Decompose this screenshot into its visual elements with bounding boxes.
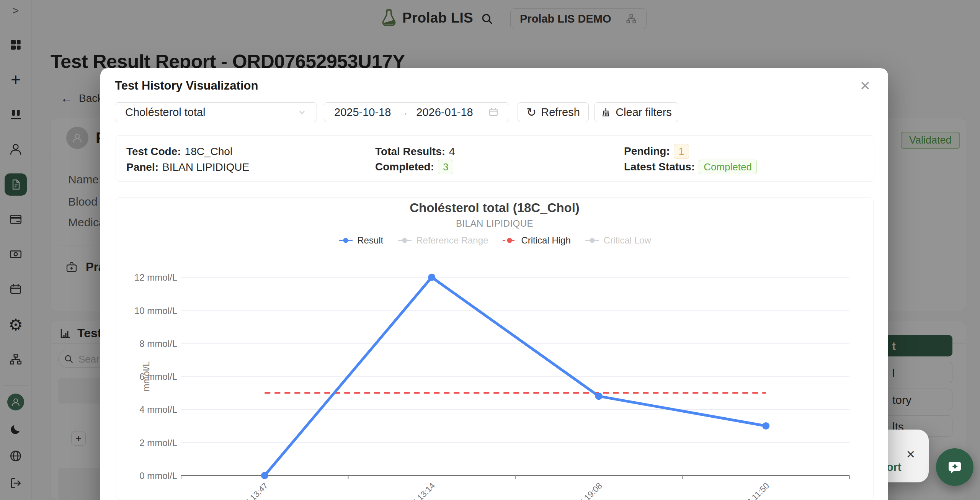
y-axis-tick-label: 4 mmol/L	[139, 404, 177, 415]
y-axis-tick-label: 10 mmol/L	[134, 306, 177, 316]
summary-panel: Panel:BILAN LIPIDIQUE	[126, 161, 249, 173]
close-icon: ✕	[906, 448, 915, 461]
chart-title: Cholésterol total (18C_Chol)	[116, 201, 874, 215]
clear-filters-label: Clear filters	[616, 106, 672, 119]
y-axis-tick-label: 2 mmol/L	[139, 438, 177, 448]
legend-marker	[397, 237, 412, 243]
calendar-icon	[488, 107, 499, 118]
toast-report-link[interactable]: ort	[887, 461, 902, 474]
summary-latest-status: Latest Status:Completed	[624, 160, 757, 174]
chart-legend: ResultReference RangeCritical HighCritic…	[116, 235, 874, 246]
legend-item-reference-range[interactable]: Reference Range	[397, 235, 488, 246]
app-stage: > + ⚙	[0, 0, 980, 500]
y-axis-tick-label: 8 mmol/L	[139, 338, 177, 349]
refresh-icon: ↻	[526, 105, 536, 119]
modal-title: Test History Visualization	[115, 79, 258, 93]
summary-pending: Pending:1	[624, 144, 689, 158]
toast-close-button[interactable]: ✕	[903, 446, 919, 462]
x-axis-label: 025 13:14	[403, 481, 437, 500]
legend-marker	[338, 237, 353, 243]
refresh-button[interactable]: ↻ Refresh	[518, 102, 589, 122]
y-axis-name: mmol/L	[141, 361, 151, 392]
data-point	[762, 422, 769, 430]
clear-filters-button[interactable]: Clear filters	[594, 102, 678, 122]
legend-label: Critical High	[521, 235, 570, 246]
legend-marker	[585, 237, 600, 243]
date-end-value: 2026-01-18	[416, 106, 473, 119]
completed-count-badge: 3	[438, 160, 453, 174]
data-point	[595, 392, 603, 400]
history-summary-card	[116, 135, 874, 182]
pending-count-badge: 1	[674, 144, 689, 158]
x-axis-label: 025 13:47	[237, 481, 270, 500]
test-select-value: Cholésterol total	[125, 106, 206, 119]
broom-icon	[601, 107, 611, 118]
data-point	[261, 472, 268, 479]
legend-label: Reference Range	[416, 235, 488, 246]
modal-close-button[interactable]: ✕	[855, 76, 875, 96]
chat-sparkle-icon	[944, 456, 966, 478]
chart-subtitle: BILAN LIPIDIQUE	[116, 218, 874, 229]
y-axis-tick-label: 0 mmol/L	[139, 471, 177, 481]
close-icon: ✕	[860, 78, 871, 93]
data-point	[428, 274, 435, 281]
summary-total-results: Total Results:4	[375, 145, 455, 158]
chevron-down-icon	[297, 108, 307, 117]
legend-item-critical-low[interactable]: Critical Low	[585, 235, 651, 246]
ai-chat-fab[interactable]	[936, 448, 973, 486]
legend-item-critical-high[interactable]: Critical High	[502, 235, 570, 246]
summary-test-code: Test Code:18C_Chol	[126, 145, 232, 158]
date-start-value: 2025-10-18	[334, 106, 391, 119]
y-axis-tick-label: 12 mmol/L	[134, 272, 177, 283]
refresh-label: Refresh	[541, 106, 580, 119]
summary-completed: Completed:3	[375, 160, 453, 174]
x-axis-label: 025 19:08	[571, 481, 604, 500]
latest-status-badge: Completed	[699, 160, 757, 174]
legend-label: Critical Low	[604, 235, 651, 246]
x-axis-label: 026 11:50	[738, 481, 771, 500]
test-select-dropdown[interactable]: Cholésterol total	[115, 102, 317, 122]
legend-marker	[502, 237, 517, 243]
legend-label: Result	[357, 235, 383, 246]
range-arrow-icon: →	[399, 106, 408, 118]
date-range-picker[interactable]: 2025-10-18 → 2026-01-18	[324, 102, 509, 122]
legend-item-result[interactable]: Result	[338, 235, 383, 246]
